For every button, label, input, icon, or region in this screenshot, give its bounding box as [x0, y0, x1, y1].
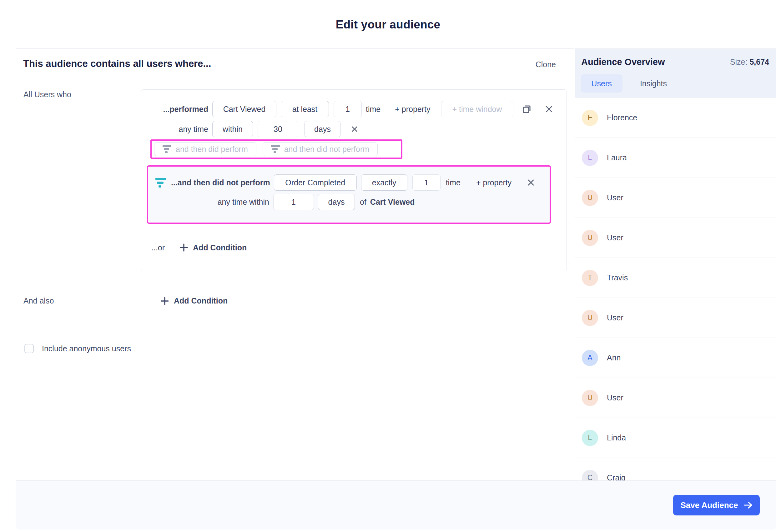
avatar: A [582, 350, 598, 366]
user-name: Travis [607, 273, 628, 282]
time-window-input[interactable] [441, 101, 513, 117]
add-condition-button[interactable]: Add Condition [180, 243, 247, 252]
and-then-did-not-perform-button[interactable]: and then did not perform [263, 142, 378, 156]
and-also-divider [141, 282, 141, 332]
avatar: L [582, 150, 598, 166]
user-list-item[interactable]: U User [575, 178, 776, 218]
user-list-item[interactable]: U User [575, 378, 776, 418]
of-event-label: Cart Viewed [370, 198, 415, 207]
time-label-2: time [446, 178, 460, 187]
did-not-perform-label: ...and then did not perform [171, 178, 270, 187]
condition2-row1: ...and then did not perform Order Comple… [148, 175, 550, 191]
user-name: User [607, 193, 623, 202]
avatar: U [582, 390, 598, 406]
user-list-item[interactable]: F Florence [575, 98, 776, 138]
overview-header: Audience Overview Size: 5,674 Users Insi… [575, 49, 776, 98]
user-list-item[interactable]: T Travis [575, 258, 776, 298]
builder-heading: This audience contains all users where..… [23, 58, 211, 69]
user-list-item[interactable]: U User [575, 218, 776, 258]
user-name: Florence [607, 113, 637, 122]
user-list-item[interactable]: L Linda [575, 418, 776, 458]
within-select[interactable]: within [212, 121, 253, 137]
user-list-item[interactable]: A Ann [575, 338, 776, 378]
funnel-teal-icon [155, 177, 166, 188]
remove-condition-button[interactable] [545, 105, 553, 113]
tab-insights[interactable]: Insights [630, 74, 677, 92]
funnel-icon [163, 145, 171, 154]
event-select-2[interactable]: Order Completed [274, 175, 357, 191]
window-value-input-2[interactable] [273, 194, 314, 210]
avatar: U [582, 230, 598, 246]
funnel-icon [271, 145, 280, 154]
size-label: Size: [730, 57, 748, 66]
avatar: T [582, 270, 598, 286]
size-value: 5,674 [749, 57, 769, 66]
copy-icon [522, 104, 532, 114]
and-then-did-perform-button[interactable]: and then did perform [154, 142, 256, 156]
and-then-did-not-perform-label: and then did not perform [284, 145, 369, 154]
duplicate-condition-button[interactable] [522, 104, 532, 114]
avatar: U [582, 310, 598, 326]
edit-audience-page: Edit your audience This audience contain… [0, 0, 776, 532]
plus-icon [161, 297, 169, 305]
count-input[interactable] [334, 101, 362, 117]
avatar: L [582, 430, 598, 446]
condition1-row2: any time within days [141, 121, 567, 137]
user-name: User [607, 393, 623, 402]
clone-button[interactable]: Clone [536, 60, 556, 69]
user-name: Laura [607, 153, 627, 162]
or-label: ...or [151, 243, 165, 252]
add-property-link-2[interactable]: + property [476, 178, 512, 187]
any-time-within-label: any time within [154, 198, 269, 207]
overview-title: Audience Overview [581, 57, 665, 67]
add-condition-label: Add Condition [193, 243, 247, 252]
add-property-link[interactable]: + property [395, 105, 430, 114]
avatar: C [582, 470, 598, 481]
condition2-row2: any time within days of Cart Viewed [148, 194, 550, 210]
avatar: U [582, 190, 598, 206]
close-icon [527, 179, 535, 186]
condition-group: ...performed Cart Viewed at least time +… [141, 89, 567, 271]
close-icon [545, 105, 553, 113]
subcondition-highlight: ...and then did not perform Order Comple… [147, 165, 551, 224]
plus-icon [180, 244, 188, 252]
user-list-item[interactable]: L Laura [575, 138, 776, 178]
footer-bar: Save Audience [16, 480, 776, 530]
user-list-item[interactable]: U User [575, 298, 776, 338]
anonymous-users-row: Include anonymous users [24, 344, 131, 353]
condition1-row1: ...performed Cart Viewed at least time +… [141, 101, 567, 117]
user-list-item[interactable]: C Craig [575, 458, 776, 480]
window-value-input[interactable] [258, 121, 298, 137]
add-condition-label-2: Add Condition [174, 296, 228, 305]
audience-size: Size: 5,674 [730, 57, 769, 66]
avatar: F [582, 110, 598, 126]
unit-select-2[interactable]: days [318, 194, 355, 210]
sequence-buttons-highlight: and then did perform and then did not pe… [150, 140, 402, 159]
audience-overview-panel: Audience Overview Size: 5,674 Users Insi… [575, 48, 776, 480]
remove-condition2-button[interactable] [527, 179, 535, 186]
builder-header: This audience contains all users where..… [16, 49, 574, 80]
page-title: Edit your audience [0, 18, 776, 31]
of-label: of [360, 198, 366, 207]
save-audience-button[interactable]: Save Audience [673, 495, 760, 515]
user-name: User [607, 233, 623, 242]
include-anonymous-label: Include anonymous users [42, 344, 131, 353]
count-input-2[interactable] [412, 175, 440, 191]
operator-select[interactable]: at least [281, 101, 329, 117]
save-audience-label: Save Audience [680, 500, 738, 510]
add-condition-button-2[interactable]: Add Condition [161, 296, 228, 305]
operator-select-2[interactable]: exactly [361, 175, 407, 191]
any-time-label: any time [161, 125, 208, 134]
user-name: Ann [607, 353, 621, 362]
or-row: ...or Add Condition [141, 243, 247, 253]
remove-window-button[interactable] [351, 125, 358, 132]
include-anonymous-checkbox[interactable] [24, 344, 34, 353]
unit-select[interactable]: days [305, 121, 341, 137]
audience-builder-card: This audience contains all users where..… [16, 48, 574, 480]
time-label: time [366, 105, 381, 114]
tab-users[interactable]: Users [581, 74, 622, 92]
event-select[interactable]: Cart Viewed [212, 101, 276, 117]
arrow-right-icon [744, 501, 753, 509]
user-list: F Florence L Laura U User U User T Travi… [575, 98, 776, 480]
section-divider [16, 333, 574, 333]
